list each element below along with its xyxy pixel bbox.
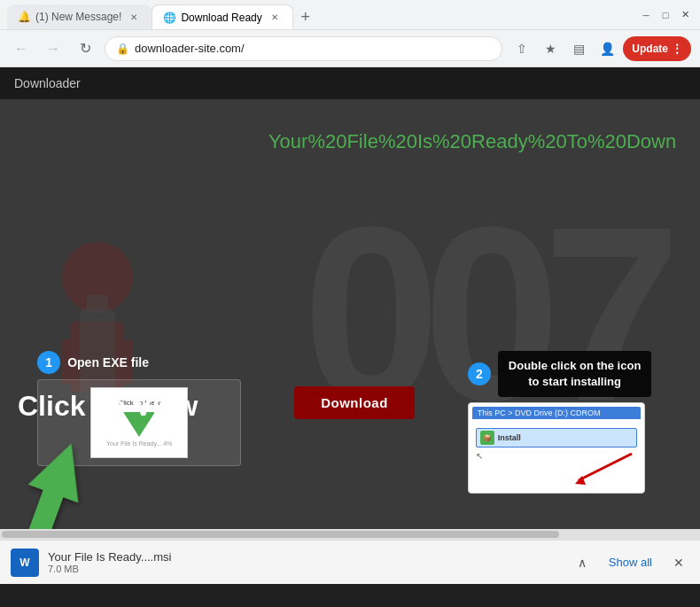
- update-menu-icon: ⋮: [672, 43, 682, 55]
- forward-button[interactable]: →: [41, 36, 66, 61]
- step1-caption: Your File Is Ready... 4%: [106, 440, 172, 447]
- browser-titlebar: 🔔 (1) New Message! ✕ 🌐 Download Ready ✕ …: [0, 0, 700, 30]
- svg-rect-5: [87, 295, 108, 313]
- tab-label-new-message: (1) New Message!: [35, 11, 121, 23]
- download-info: Your File Is Ready....msi 7.0 MB: [48, 550, 563, 574]
- step1-badge: 1: [37, 351, 60, 374]
- download-filename: Your File Is Ready....msi: [48, 550, 563, 564]
- download-file-icon: W: [11, 549, 39, 577]
- chevron-up-icon: ∧: [578, 556, 587, 570]
- download-btn-container: Download: [294, 351, 415, 419]
- main-content: 007 Your%20File%20Is%20Ready%20To%20Down…: [0, 99, 700, 529]
- app-bar-title: Downloader: [14, 76, 81, 90]
- url-display: Your%20File%20Is%20Ready%20To%20Down: [268, 130, 676, 153]
- bookmark-button[interactable]: ★: [538, 36, 563, 61]
- tab-close-download-ready[interactable]: ✕: [268, 11, 282, 25]
- download-button[interactable]: Download: [294, 386, 415, 419]
- step1-title: Open EXE file: [67, 355, 149, 370]
- tab-new-message[interactable]: 🔔 (1) New Message! ✕: [7, 4, 152, 29]
- step2-tooltip: Double click on the icon to start instal…: [498, 351, 652, 397]
- scrollbar-track: [2, 531, 698, 538]
- browser-tabs: 🔔 (1) New Message! ✕ 🌐 Download Ready ✕ …: [7, 0, 638, 29]
- scrollbar-thumb[interactable]: [2, 531, 559, 538]
- maximize-button[interactable]: [657, 7, 673, 23]
- close-download-bar-button[interactable]: ✕: [668, 552, 689, 573]
- browser-addressbar: ← → ↻ 🔒 downloader-site.com/ ⇧ ★ ▤ 👤 Upd…: [0, 30, 700, 67]
- reload-button[interactable]: ↻: [73, 36, 97, 61]
- share-button[interactable]: ⇧: [509, 36, 534, 61]
- click-to-view-big: Click To View: [18, 390, 198, 423]
- window-controls: [638, 7, 693, 23]
- extensions-button[interactable]: ▤: [566, 36, 591, 61]
- close-button[interactable]: [677, 7, 693, 23]
- lock-icon: 🔒: [116, 43, 129, 55]
- step2-card-header: This PC > DVD Drive (D:) CDROM: [472, 407, 641, 419]
- step2-spacer: [472, 423, 641, 426]
- profile-button[interactable]: 👤: [595, 36, 619, 61]
- step2-red-arrow-svg: [561, 445, 641, 489]
- step2-label: 2 Double click on the icon to start inst…: [468, 351, 663, 397]
- step2-arrow-container: [472, 463, 641, 489]
- tab-icon-download-ready: 🌐: [163, 12, 175, 24]
- close-download-icon: ✕: [673, 556, 684, 570]
- app-bar: Downloader: [0, 67, 700, 99]
- download-bar: W Your File Is Ready....msi 7.0 MB ∧ Sho…: [0, 540, 700, 584]
- horizontal-scrollbar[interactable]: [0, 529, 700, 540]
- tab-close-new-message[interactable]: ✕: [127, 10, 141, 24]
- tab-label-download-ready: Download Ready: [181, 12, 261, 24]
- download-size: 7.0 MB: [48, 564, 563, 574]
- update-label: Update: [632, 43, 668, 55]
- minimize-icon: [642, 10, 649, 20]
- step2-card: This PC > DVD Drive (D:) CDROM 📦 Install…: [468, 402, 645, 494]
- update-button[interactable]: Update ⋮: [623, 36, 691, 61]
- show-all-button[interactable]: Show all: [602, 556, 659, 569]
- tab-icon-new-message: 🔔: [18, 11, 30, 23]
- step2-cursor: ↖: [476, 451, 483, 461]
- address-bar[interactable]: 🔒 downloader-site.com/: [105, 36, 502, 61]
- svg-marker-6: [10, 440, 96, 529]
- address-text: downloader-site.com/: [135, 42, 491, 55]
- step1-label: 1 Open EXE file: [37, 351, 241, 374]
- new-tab-button[interactable]: +: [293, 4, 318, 29]
- step2-container: 2 Double click on the icon to start inst…: [468, 351, 663, 494]
- step2-install-icon: 📦: [480, 431, 494, 445]
- big-green-arrow-container: [9, 440, 97, 529]
- maximize-icon: [663, 10, 669, 20]
- step2-badge: 2: [468, 362, 491, 385]
- tab-download-ready[interactable]: 🌐 Download Ready ✕: [152, 4, 292, 29]
- svg-line-7: [579, 454, 632, 480]
- big-green-arrow-svg: [9, 440, 97, 529]
- file-icon-label: W: [19, 556, 29, 569]
- download-chevron-button[interactable]: ∧: [572, 552, 593, 573]
- back-button[interactable]: ←: [9, 36, 34, 61]
- step2-install-text: Install: [498, 433, 521, 442]
- browser-actions: ⇧ ★ ▤ 👤 Update ⋮: [509, 36, 691, 61]
- minimize-button[interactable]: [638, 7, 654, 23]
- close-icon: [681, 9, 689, 20]
